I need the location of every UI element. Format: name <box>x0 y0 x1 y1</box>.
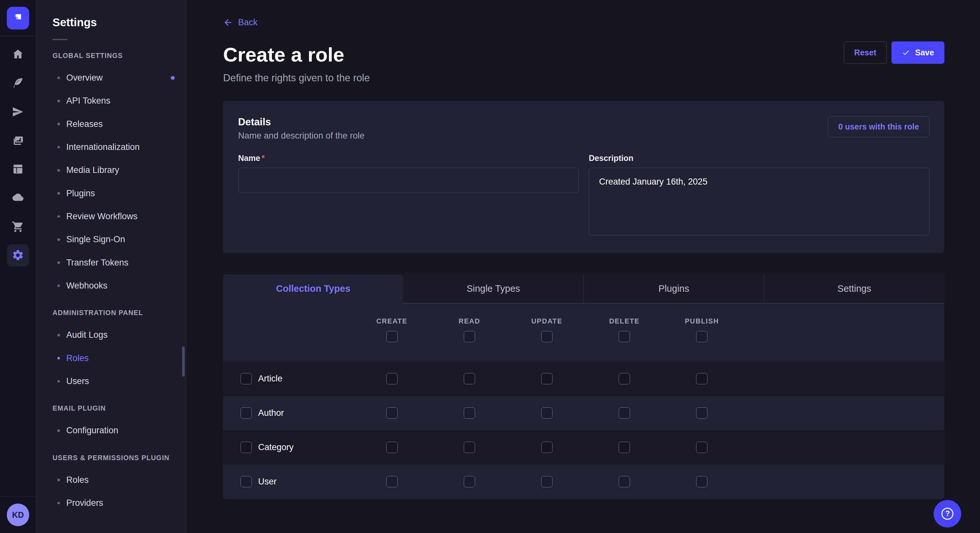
select-all-read-checkbox[interactable] <box>464 331 475 342</box>
back-link[interactable]: Back <box>223 17 257 27</box>
tab-plugins[interactable]: Plugins <box>583 274 764 304</box>
row-category-checkbox[interactable] <box>240 442 252 453</box>
user-publish-checkbox[interactable] <box>696 476 708 487</box>
tab-single-types[interactable]: Single Types <box>403 274 583 304</box>
permission-row-category: Category <box>223 430 944 465</box>
row-user-checkbox[interactable] <box>240 476 252 487</box>
user-avatar[interactable]: KD <box>7 503 29 526</box>
rail-item-home[interactable] <box>7 43 29 65</box>
section-header-administration-panel: ADMINISTRATION PANEL <box>52 307 170 319</box>
subnav-item-providers[interactable]: Providers <box>36 492 186 514</box>
bullet-icon <box>57 261 60 264</box>
name-input[interactable] <box>238 168 579 193</box>
category-delete-checkbox[interactable] <box>619 442 630 453</box>
subnav-item-label: Audit Logs <box>66 330 108 340</box>
subnav-item-api-tokens[interactable]: API Tokens <box>36 89 186 113</box>
save-button[interactable]: Save <box>891 41 944 64</box>
subnav-item-internationalization[interactable]: Internationalization <box>36 136 186 159</box>
article-update-checkbox[interactable] <box>541 373 552 384</box>
shopping-cart-icon <box>12 220 24 233</box>
category-publish-checkbox[interactable] <box>696 442 708 453</box>
permission-row-article: Article <box>223 362 944 396</box>
description-textarea[interactable]: Created January 16th, 2025 <box>589 168 929 235</box>
rail-item-layout[interactable] <box>7 158 29 180</box>
user-update-checkbox[interactable] <box>541 476 552 487</box>
strapi-logo[interactable] <box>7 7 29 29</box>
permission-row-user: User <box>223 465 944 499</box>
author-update-checkbox[interactable] <box>541 408 552 419</box>
category-read-checkbox[interactable] <box>464 442 475 453</box>
article-publish-checkbox[interactable] <box>696 373 708 384</box>
author-publish-checkbox[interactable] <box>696 408 708 419</box>
rail-item-paper-plane[interactable] <box>7 100 29 123</box>
user-delete-checkbox[interactable] <box>619 476 630 487</box>
subnav-item-releases[interactable]: Releases <box>36 113 186 135</box>
select-all-create-checkbox[interactable] <box>386 331 398 342</box>
reset-button[interactable]: Reset <box>844 41 887 64</box>
rail-item-images[interactable] <box>7 129 29 152</box>
help-button[interactable]: ? <box>934 500 961 528</box>
subnav-item-label: Webhooks <box>66 281 107 291</box>
tab-settings[interactable]: Settings <box>764 274 944 304</box>
subnav-item-users[interactable]: Users <box>36 370 186 393</box>
subnav-item-roles[interactable]: Roles <box>36 347 186 370</box>
subnav-item-single-sign-on[interactable]: Single Sign-On <box>36 228 186 251</box>
rail-item-feather[interactable] <box>7 72 29 94</box>
section-header-users-permissions-plugin: USERS & PERMISSIONS PLUGIN <box>52 452 170 463</box>
author-read-checkbox[interactable] <box>464 408 475 419</box>
bullet-icon <box>57 215 60 218</box>
subnav-item-label: Review Workflows <box>66 211 137 222</box>
rail-bottom: KD <box>0 497 36 533</box>
category-update-checkbox[interactable] <box>541 442 552 453</box>
row-author-checkbox[interactable] <box>240 408 252 419</box>
column-header-update: UPDATE <box>531 317 563 325</box>
row-label: Author <box>258 408 284 418</box>
rail-item-cloud[interactable] <box>7 187 29 209</box>
home-icon <box>12 48 24 60</box>
author-create-checkbox[interactable] <box>386 408 398 419</box>
subnav-item-webhooks[interactable]: Webhooks <box>36 274 186 297</box>
row-article-checkbox[interactable] <box>240 373 252 384</box>
subnav-item-audit-logs[interactable]: Audit Logs <box>36 324 186 346</box>
bullet-icon <box>57 192 60 195</box>
author-delete-checkbox[interactable] <box>619 408 630 419</box>
subnav-item-media-library[interactable]: Media Library <box>36 159 186 182</box>
subnav-item-label: Users <box>66 376 89 386</box>
bullet-icon <box>57 479 60 481</box>
user-create-checkbox[interactable] <box>386 476 398 487</box>
row-label: User <box>258 477 277 487</box>
gear-icon <box>12 249 24 262</box>
subnav-item-plugins[interactable]: Plugins <box>36 182 186 205</box>
strapi-logo-icon <box>12 11 24 25</box>
row-label: Category <box>258 443 294 452</box>
subnav-item-label: Single Sign-On <box>66 235 125 244</box>
tab-collection-types[interactable]: Collection Types <box>223 274 403 304</box>
select-all-delete-checkbox[interactable] <box>619 331 630 342</box>
page-subtitle: Define the rights given to the role <box>223 72 944 84</box>
user-read-checkbox[interactable] <box>464 476 475 487</box>
article-read-checkbox[interactable] <box>464 373 475 384</box>
rail-item-shopping-cart[interactable] <box>7 215 29 238</box>
cloud-icon <box>12 192 24 204</box>
required-asterisk: * <box>261 154 265 163</box>
bullet-icon <box>57 77 60 79</box>
subnav-item-transfer-tokens[interactable]: Transfer Tokens <box>36 251 186 274</box>
select-all-update-checkbox[interactable] <box>541 331 552 342</box>
subnav-item-configuration[interactable]: Configuration <box>36 419 186 442</box>
feather-icon <box>12 77 24 89</box>
select-all-publish-checkbox[interactable] <box>696 331 708 342</box>
subnav-item-overview[interactable]: Overview <box>36 67 186 89</box>
subnav-item-roles[interactable]: Roles <box>36 468 186 492</box>
users-with-role-button[interactable]: 0 users with this role <box>828 116 929 138</box>
subnav-item-review-workflows[interactable]: Review Workflows <box>36 205 186 228</box>
rail-item-gear[interactable] <box>7 244 29 266</box>
article-delete-checkbox[interactable] <box>619 373 630 384</box>
subnav-item-label: Internationalization <box>66 142 140 152</box>
category-create-checkbox[interactable] <box>386 442 398 453</box>
bullet-icon <box>57 285 60 287</box>
subnav-scrollbar[interactable] <box>182 346 185 377</box>
subnav-item-label: Configuration <box>66 425 118 436</box>
nav-rail: KD <box>0 0 36 533</box>
paper-plane-icon <box>12 106 24 118</box>
article-create-checkbox[interactable] <box>386 373 398 384</box>
